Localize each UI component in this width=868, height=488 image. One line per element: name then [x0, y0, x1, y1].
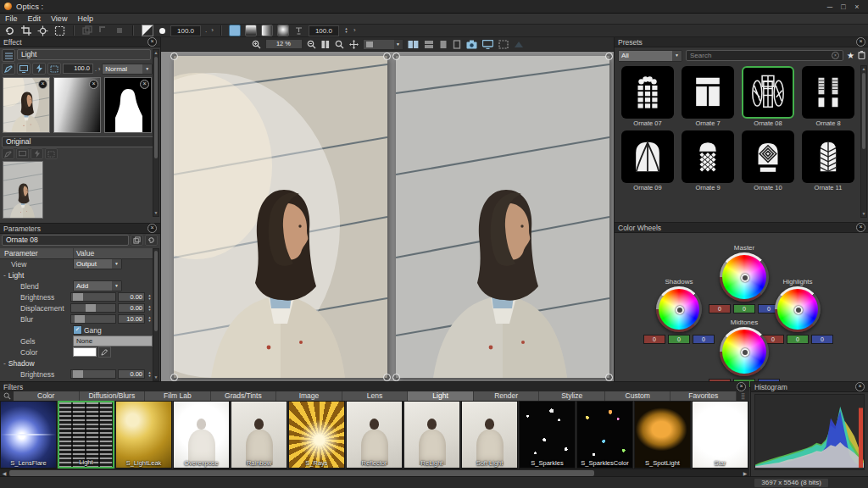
brush-opacity-value[interactable]: 100.0 [170, 25, 201, 36]
presets-close-icon[interactable]: × [856, 37, 865, 47]
menu-help[interactable]: Help [77, 14, 93, 23]
gradient-opacity-spinner[interactable]: ▲▼ [343, 27, 349, 34]
zoom-out-icon[interactable] [306, 39, 317, 50]
mask-gradient-radial-swatch[interactable] [277, 25, 289, 36]
effect-close-icon[interactable]: × [147, 37, 157, 47]
gradient-opacity-value[interactable]: 100.0 [309, 25, 339, 36]
brightness-slider[interactable] [70, 369, 116, 379]
remove-icon[interactable]: × [140, 80, 149, 89]
color-wheels-close-icon[interactable]: × [856, 223, 865, 232]
display-monitor-icon[interactable] [481, 39, 494, 50]
filter-tab-light[interactable]: Light [408, 391, 474, 401]
preset-ornate-07[interactable]: Ornate 07 [618, 66, 677, 127]
filter-thumb-light[interactable]: Light [58, 401, 114, 469]
eyedropper-icon[interactable] [98, 347, 111, 358]
menu-edit[interactable]: Edit [28, 14, 42, 23]
parameters-scrollbar[interactable]: ▼ [153, 248, 159, 381]
filter-tab-render[interactable]: Render [474, 391, 540, 401]
remove-icon[interactable]: × [89, 80, 98, 89]
color-wheel-midtones[interactable]: Midtones000 [706, 319, 782, 388]
value-ring[interactable] [720, 327, 769, 376]
selection-handle[interactable] [392, 53, 400, 60]
selection-handle[interactable] [170, 53, 178, 60]
layer-opacity-expand-icon[interactable]: › [98, 66, 100, 72]
selection-handle[interactable] [392, 374, 400, 381]
brightness-spinner[interactable]: ▲▼ [147, 294, 153, 301]
filter-thumb-s-sparkles[interactable]: S_Sparkles [519, 401, 576, 469]
selection-handle[interactable] [605, 374, 613, 381]
param-row-light[interactable]: -Light [0, 269, 154, 280]
menu-view[interactable]: View [51, 14, 67, 23]
displacement-spinner[interactable]: ▲▼ [147, 305, 153, 312]
filter-thumb-reflector[interactable]: Reflector [346, 401, 403, 469]
remove-icon[interactable]: × [38, 80, 47, 89]
horizontal-split-icon[interactable] [423, 39, 435, 50]
copy-settings-icon[interactable] [131, 235, 143, 246]
filter-thumb-soft-light[interactable]: Soft Light [461, 401, 518, 469]
layer-photo-thumbnail[interactable]: × [3, 77, 50, 133]
wheel-cursor[interactable] [794, 306, 803, 314]
rotate-icon[interactable] [36, 25, 49, 36]
gradient-expand-icon[interactable]: › [353, 26, 356, 35]
blend-dropdown[interactable]: Add▼ [73, 280, 122, 291]
single-view-alt-icon[interactable] [452, 39, 462, 50]
preset-ornate-09[interactable]: Ornate 09 [618, 130, 677, 191]
filter-search-icon[interactable] [0, 391, 14, 401]
mask-layer-icon[interactable] [17, 63, 31, 75]
gang-checkbox[interactable]: ✓ [73, 325, 82, 335]
edit-layer-icon[interactable] [2, 63, 15, 75]
close-button[interactable]: × [850, 1, 864, 13]
param-row-shadow[interactable]: -Shadow [0, 358, 154, 369]
preset-search-input[interactable]: Search × [686, 50, 843, 61]
preset-name-field[interactable]: Ornate 08 [2, 235, 129, 246]
filter-thumb-s-sparklescolor[interactable]: S_SparklesColor [576, 401, 633, 469]
filters-close-icon[interactable]: × [737, 382, 746, 391]
single-view-icon[interactable] [438, 39, 448, 50]
layer-mask-thumbnail[interactable]: × [104, 77, 152, 133]
preset-ornate-9[interactable]: Ornate 9 [678, 130, 737, 191]
filter-thumb-overexpose[interactable]: Overexpose [173, 401, 230, 469]
brightness-slider[interactable] [70, 292, 116, 302]
filter-tab-custom[interactable]: Custom [605, 391, 671, 401]
green-value[interactable]: 0 [668, 335, 690, 344]
thumbnail-size-icon[interactable]: ⣿ [737, 391, 749, 401]
transform-icon[interactable] [53, 25, 66, 36]
snapshot-camera-icon[interactable] [465, 39, 478, 50]
mask-gradient-horizontal-swatch[interactable] [261, 25, 273, 36]
preset-ornate-7[interactable]: Ornate 7 [678, 66, 737, 127]
mask-solid-swatch[interactable] [229, 25, 241, 36]
preset-ornate-10[interactable]: Ornate 10 [738, 130, 798, 191]
flag-triangle-icon[interactable] [513, 39, 525, 50]
preview-image-effect[interactable] [174, 56, 387, 378]
filter-thumb-rainbow[interactable]: Rainbow [231, 401, 287, 469]
menu-file[interactable]: File [5, 14, 18, 23]
selection-handle[interactable] [605, 53, 613, 60]
gels-selector[interactable]: None [73, 336, 153, 347]
fx-lightning-icon[interactable] [32, 63, 46, 75]
filter-tab-image[interactable]: Image [276, 391, 342, 401]
crop-icon[interactable] [20, 25, 32, 36]
split-view-icon[interactable] [407, 39, 420, 50]
parameters-close-icon[interactable]: × [147, 224, 157, 233]
filter-thumb-star[interactable]: Star [692, 401, 748, 469]
presets-scrollbar[interactable]: ▲ ▼ [860, 65, 867, 218]
zoom-tool-icon[interactable] [334, 39, 345, 50]
green-value[interactable]: 0 [733, 304, 755, 313]
filter-thumb-s-lensflare[interactable]: S_LensFlare [0, 401, 57, 469]
layer-name-input[interactable]: Light [17, 49, 151, 60]
filter-tab-lens[interactable]: Lens [342, 391, 409, 401]
preset-ornate-08[interactable]: Ornate 08 [738, 66, 798, 127]
fit-columns-icon[interactable] [320, 39, 331, 50]
preset-ornate-11[interactable]: Ornate 11 [798, 130, 858, 191]
filter-thumb-relight[interactable]: ReLight [403, 401, 460, 469]
original-thumbnail[interactable] [3, 161, 43, 219]
filter-thumb-s-lightleak[interactable]: S_LightLeak [115, 401, 172, 469]
displacement-slider[interactable] [70, 303, 116, 313]
preview-image-original[interactable] [396, 56, 609, 378]
blur-slider[interactable] [70, 314, 116, 324]
preset-ornate-8[interactable]: Ornate 8 [798, 66, 858, 127]
selection-handle[interactable] [383, 53, 391, 60]
zoom-in-icon[interactable] [251, 39, 262, 50]
blue-value[interactable]: 0 [811, 335, 833, 344]
blend-mode-dropdown[interactable]: Normal ▼ [102, 64, 153, 75]
